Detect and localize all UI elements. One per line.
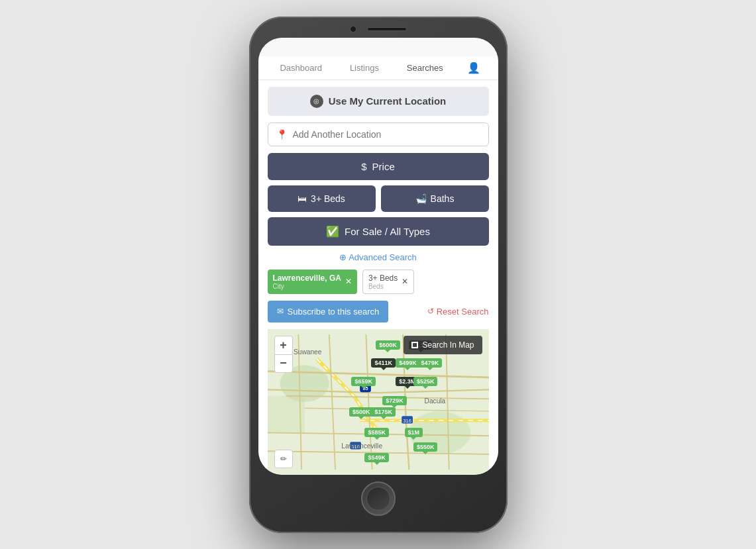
price-pin-1m[interactable]: $1M (405, 428, 423, 437)
svg-text:Dacula: Dacula (424, 397, 445, 404)
tag-city[interactable]: Lawrenceville, GA City ✕ (268, 270, 357, 294)
location-circle-icon (310, 95, 323, 108)
tag-beds-close[interactable]: ✕ (402, 277, 408, 286)
phone-camera (350, 26, 356, 32)
search-in-map-button[interactable]: Search In Map (404, 336, 482, 354)
location-input-wrapper: 📍 (268, 123, 489, 146)
phone-screen: Dashboard Listings Searches 👤 Use My Cur… (258, 38, 498, 475)
bath-icon: 🛁 (415, 193, 427, 204)
price-pin-659k[interactable]: $659K (351, 377, 376, 386)
zoom-out-button[interactable]: − (274, 354, 293, 373)
advanced-search-link[interactable]: ⊕ Advanced Search (268, 251, 489, 263)
reset-search-link[interactable]: ↺ Reset Search (427, 307, 489, 317)
baths-button[interactable]: 🛁 Baths (381, 185, 489, 212)
reset-label: Reset Search (437, 307, 489, 317)
price-pin-499k[interactable]: $499K (396, 358, 420, 368)
baths-label: Baths (431, 193, 455, 204)
current-location-button[interactable]: Use My Current Location (268, 87, 489, 116)
svg-text:316: 316 (403, 417, 411, 423)
beds-button[interactable]: 🛏 3+ Beds (268, 185, 376, 212)
home-button-inner (366, 487, 390, 511)
price-button[interactable]: $ Price (268, 153, 489, 180)
phone-top-bar (258, 26, 498, 32)
nav-bar: Dashboard Listings Searches 👤 (258, 56, 498, 80)
nav-listings[interactable]: Listings (346, 62, 383, 74)
profile-icon[interactable]: 👤 (467, 62, 480, 74)
price-pin-600k[interactable]: $600K (376, 340, 400, 350)
plus-icon: ⊕ (339, 252, 347, 262)
nav-dashboard[interactable]: Dashboard (276, 62, 326, 74)
search-area: Use My Current Location 📍 $ Price 🛏 3+ (258, 80, 498, 475)
tag-city-name: Lawrenceville, GA (273, 274, 341, 283)
home-button[interactable] (361, 481, 396, 516)
price-pin-550k[interactable]: $550K (413, 442, 438, 452)
tag-beds-name: 3+ Beds (368, 274, 398, 283)
tag-city-sub: City (273, 283, 341, 290)
location-input[interactable] (293, 129, 480, 140)
price-pin-525k[interactable]: $525K (413, 377, 438, 386)
price-pin-479k[interactable]: $479K (418, 358, 443, 368)
price-pin-175k[interactable]: $175K (371, 407, 396, 417)
pin-icon: 📍 (276, 129, 288, 140)
filter-tags: Lawrenceville, GA City ✕ 3+ Beds Beds ✕ (268, 270, 489, 294)
tag-beds[interactable]: 3+ Beds Beds ✕ (362, 270, 414, 294)
phone-frame: Dashboard Listings Searches 👤 Use My Cur… (249, 17, 508, 533)
for-sale-button[interactable]: ✅ For Sale / All Types (268, 217, 489, 246)
price-pin-729k[interactable]: $729K (382, 396, 407, 405)
tag-city-close[interactable]: ✕ (345, 277, 352, 286)
zoom-in-button[interactable]: + (274, 336, 293, 354)
phone-bottom (258, 475, 498, 516)
advanced-search-text: ⊕ Advanced Search (339, 252, 417, 262)
price-pin-549k[interactable]: $549K (364, 453, 389, 462)
edit-icon: ✏ (280, 454, 287, 464)
beds-baths-row: 🛏 3+ Beds 🛁 Baths (268, 185, 489, 212)
subscribe-button[interactable]: ✉ Subscribe to this search (268, 301, 389, 323)
price-pin-411k[interactable]: $411K (371, 358, 396, 368)
for-sale-label: For Sale / All Types (345, 226, 430, 237)
map-zoom-controls: + − (274, 336, 293, 373)
current-location-label: Use My Current Location (329, 95, 447, 107)
svg-text:Suwanee: Suwanee (293, 348, 321, 355)
tag-beds-sub: Beds (368, 283, 398, 290)
price-label: Price (372, 161, 395, 172)
beds-label: 3+ Beds (311, 193, 345, 204)
status-bar (258, 38, 498, 56)
svg-rect-3 (268, 395, 305, 432)
app-content: Dashboard Listings Searches 👤 Use My Cur… (258, 38, 498, 475)
map-background: 85 316 316 Suwanee Dacula Lawrenceville (268, 329, 489, 475)
action-row: ✉ Subscribe to this search ↺ Reset Searc… (268, 301, 489, 323)
subscribe-icon: ✉ (277, 307, 284, 316)
dollar-icon: $ (361, 161, 366, 172)
bed-icon: 🛏 (297, 193, 307, 204)
price-pin-500k[interactable]: $500K (349, 407, 374, 417)
map-container: 85 316 316 Suwanee Dacula Lawrenceville (268, 329, 489, 475)
map-square-icon (411, 342, 418, 348)
check-icon: ✅ (326, 225, 339, 238)
nav-searches[interactable]: Searches (403, 62, 447, 74)
price-pin-585k[interactable]: $585K (364, 428, 389, 437)
map-edit-button[interactable]: ✏ (274, 450, 293, 468)
subscribe-label: Subscribe to this search (288, 307, 380, 317)
svg-text:Lawrenceville: Lawrenceville (341, 442, 382, 449)
search-in-map-label: Search In Map (422, 340, 474, 350)
reset-icon: ↺ (427, 307, 434, 316)
phone-speaker (367, 27, 407, 31)
